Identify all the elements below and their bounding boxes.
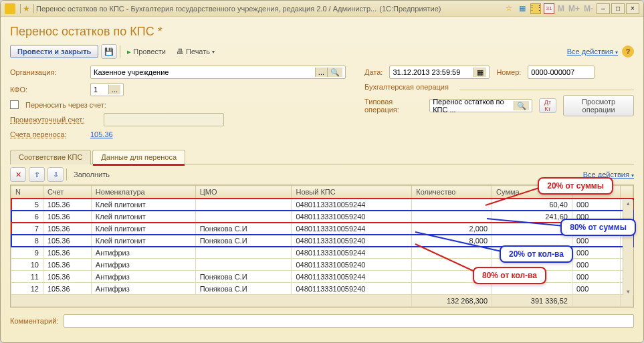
transfer-via-checkbox[interactable] (10, 100, 19, 109)
move-up-button[interactable]: ⇧ (29, 167, 45, 182)
dots-icon: ... (315, 68, 327, 77)
number-label: Номер: (496, 68, 521, 76)
org-input[interactable]: Казенное учреждение...🔍 (90, 66, 346, 79)
favorite-icon[interactable]: ☆ (504, 3, 514, 14)
data-grid: N Счет Номенклатура ЦМО Новый КПС Количе… (10, 185, 634, 308)
accounting-op-label: Бухгалтерская операция (364, 83, 449, 91)
minimize-button[interactable]: – (597, 3, 610, 14)
accounts-link[interactable]: 105.36 (90, 130, 113, 138)
table-row[interactable]: 6105.36Клей плитонит04801133310059240241… (11, 211, 633, 223)
intermediate-input[interactable] (104, 113, 224, 126)
app-window: ★ Перенос остатков по КПС - Бухгалтерия … (0, 0, 644, 343)
calendar-picker-icon: ▦ (473, 68, 486, 77)
search-icon: 🔍 (514, 101, 529, 110)
col-cmo[interactable]: ЦМО (195, 186, 292, 199)
col-n[interactable]: N (11, 186, 43, 199)
kfo-label: КФО: (10, 86, 84, 94)
table-row[interactable]: 8105.36Клей плитонитПонякова С.И04801133… (11, 235, 633, 247)
titlebar: ★ Перенос остатков по КПС - Бухгалтерия … (1, 1, 643, 17)
save-button[interactable]: 💾 (101, 44, 117, 59)
number-input[interactable]: 0000-000007 (528, 66, 595, 79)
col-new-kps[interactable]: Новый КПС (292, 186, 412, 199)
window-title: Перенос остатков по КПС - Бухгалтерия го… (36, 5, 377, 13)
comment-label: Комментарий: (10, 317, 58, 325)
table-row[interactable]: 7105.36Клей плитонитПонякова С.И04801133… (11, 223, 633, 235)
tab-transfer-data[interactable]: Данные для переноса (92, 150, 185, 164)
callout-sum20: 20% от суммы (538, 177, 613, 195)
star-icon[interactable]: ★ (23, 4, 30, 13)
close-button[interactable]: × (626, 3, 639, 14)
delete-row-button[interactable]: ✕ (10, 167, 26, 182)
page-title: Перенос остатков по КПС * (10, 25, 634, 39)
calculator-icon[interactable]: ⋮⋮ (530, 3, 541, 14)
kfo-input[interactable]: 1... (90, 83, 124, 96)
post-button[interactable]: ▸Провести (123, 45, 170, 58)
help-icon[interactable]: ? (622, 45, 634, 58)
maximize-button[interactable]: □ (611, 3, 625, 14)
total-sum: 391 336,52 (492, 295, 572, 307)
m-plus-button[interactable]: M+ (568, 4, 580, 13)
org-label: Организация: (10, 68, 84, 76)
comment-input[interactable] (64, 314, 634, 328)
move-down-button[interactable]: ⇩ (47, 167, 64, 182)
col-account[interactable]: Счет (43, 186, 91, 199)
dt-kt-button[interactable]: ДтКт (539, 98, 557, 113)
toolbox-icon[interactable]: ▦ (517, 3, 528, 14)
view-operation-button[interactable]: Просмотр операции (563, 95, 634, 116)
print-button[interactable]: 🖶Печать▾ (173, 45, 219, 58)
post-and-close-button[interactable]: Провести и закрыть (10, 45, 98, 58)
tabs: Соответствие КПС Данные для переноса (10, 149, 634, 164)
fill-button[interactable]: Заполнить (70, 168, 114, 181)
app-logo-icon (5, 3, 15, 14)
date-label: Дата: (364, 68, 383, 76)
col-nomenclature[interactable]: Номенклатура (91, 186, 195, 199)
search-icon: 🔍 (327, 68, 342, 77)
platform-label: (1С:Предприятие) (379, 5, 441, 13)
accounts-label: Счета переноса: (10, 130, 84, 138)
typical-op-input[interactable]: Перенос остатков по КПС ...🔍 (429, 99, 532, 112)
col-qty[interactable]: Количество (412, 186, 492, 199)
m-button[interactable]: M (558, 4, 564, 13)
calendar-icon[interactable]: 31 (544, 3, 554, 14)
table-row[interactable]: 12105.36АнтифризПонякова С.И048011333100… (11, 283, 633, 295)
date-input[interactable]: 31.12.2013 23:59:59▦ (389, 66, 490, 79)
m-minus-button[interactable]: M- (584, 4, 593, 13)
total-qty: 132 268,300 (412, 295, 492, 307)
intermediate-label: Промежуточный счет: (10, 116, 97, 124)
transfer-via-label: Переносить через счет: (25, 101, 106, 109)
callout-sum80: 80% от суммы (560, 219, 636, 236)
dots-icon: ... (108, 85, 120, 94)
main-toolbar: Провести и закрыть 💾 ▸Провести 🖶Печать▾ … (10, 44, 634, 59)
typical-op-label: Типовая операция: (364, 98, 423, 114)
callout-qty20: 20% от кол-ва (500, 245, 573, 263)
callout-qty80: 80% от кол-ва (473, 267, 546, 284)
all-actions-link[interactable]: Все действия ▾ (567, 47, 618, 55)
tab-kps-mapping[interactable]: Соответствие КПС (10, 150, 91, 164)
vertical-scrollbar[interactable] (623, 200, 633, 295)
table-row[interactable]: 5105.36Клей плитонит0480113331005924460,… (11, 199, 633, 211)
